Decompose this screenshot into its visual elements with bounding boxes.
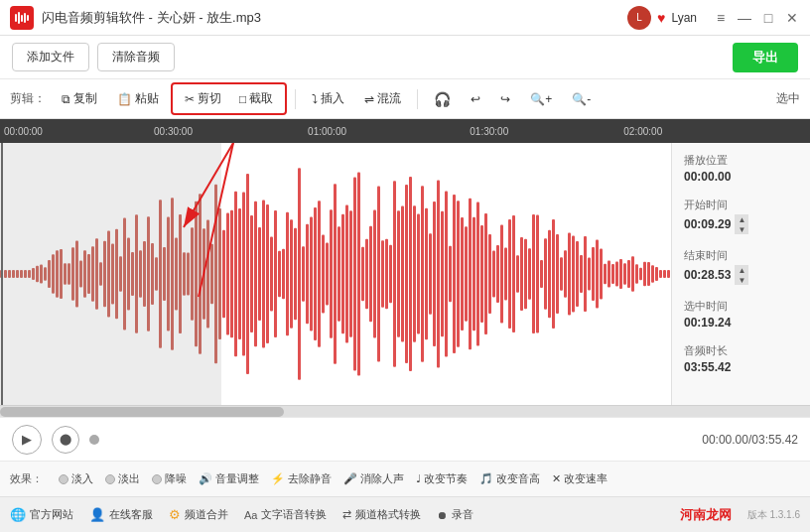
undo-button[interactable]: ↩ (463, 88, 488, 110)
svg-rect-47 (167, 216, 170, 331)
selected-time-label: 选中时间 (684, 299, 798, 314)
tempo-icon: ♩ (416, 472, 421, 485)
svg-rect-20 (60, 249, 63, 299)
effect-remove-silence[interactable]: ⚡ 去除静音 (271, 471, 332, 486)
svg-rect-75 (278, 251, 281, 297)
waveform-canvas[interactable] (0, 143, 671, 405)
svg-rect-4 (27, 15, 29, 21)
paste-button[interactable]: 📋 粘贴 (109, 86, 167, 111)
svg-rect-46 (163, 247, 166, 301)
redo-icon: ↪ (500, 92, 510, 106)
svg-rect-85 (318, 200, 321, 347)
effect-denoise[interactable]: 降噪 (152, 471, 187, 486)
clip-button[interactable]: □ 截取 (231, 86, 281, 111)
add-file-button[interactable]: 添加文件 (12, 43, 89, 71)
menu-button[interactable]: ≡ (713, 10, 729, 26)
svg-rect-110 (417, 214, 420, 334)
effect-remove-vocal[interactable]: 🎤 消除人声 (343, 471, 404, 486)
svg-rect-93 (349, 210, 352, 337)
svg-rect-89 (334, 184, 337, 364)
end-time-down[interactable]: ▼ (735, 275, 748, 285)
svg-rect-164 (631, 256, 634, 292)
svg-rect-90 (338, 226, 340, 322)
scrollbar-area[interactable] (0, 405, 810, 417)
start-time-down[interactable]: ▼ (735, 224, 748, 234)
bottom-official-site[interactable]: 🌐 官方网站 (10, 507, 73, 522)
svg-rect-37 (127, 238, 130, 311)
svg-rect-24 (75, 240, 78, 307)
redo-button[interactable]: ↪ (492, 88, 518, 110)
svg-rect-18 (52, 254, 55, 294)
bottom-format-convert[interactable]: ⇄ 频道格式转换 (342, 507, 421, 522)
cut-button[interactable]: ✂ 剪切 (177, 86, 229, 111)
undo-icon: ↩ (471, 92, 480, 106)
time-mark-0: 00:00:00 (4, 126, 43, 137)
bottom-record[interactable]: ⏺ 录音 (437, 507, 473, 522)
effect-tempo[interactable]: ♩ 改变节奏 (416, 471, 468, 486)
zoom-in-button[interactable]: 🔍+ (522, 88, 560, 110)
svg-rect-41 (143, 241, 146, 307)
svg-rect-172 (663, 270, 666, 278)
svg-rect-64 (234, 192, 237, 356)
svg-rect-166 (639, 268, 642, 280)
end-time-spinner[interactable]: ▲ ▼ (735, 265, 748, 285)
watermark: 河南龙网 (680, 506, 732, 524)
bottom-tts[interactable]: Aa 文字语音转换 (244, 507, 327, 522)
effect-pitch[interactable]: 🎵 改变音高 (479, 471, 540, 486)
export-button[interactable]: 导出 (733, 43, 798, 72)
svg-rect-95 (357, 173, 360, 376)
svg-rect-112 (425, 208, 428, 340)
headphones-button[interactable]: 🎧 (426, 87, 459, 111)
zoom-out-icon: 🔍- (572, 92, 591, 106)
app-logo (10, 6, 34, 30)
bottom-merge[interactable]: ⚙ 频道合并 (169, 507, 228, 522)
minimize-button[interactable]: — (737, 10, 752, 26)
merge-icon: ⚙ (169, 507, 181, 522)
bottom-online-service[interactable]: 👤 在线客服 (89, 507, 153, 522)
svg-rect-51 (183, 252, 186, 296)
scrollbar-thumb[interactable] (0, 407, 284, 417)
play-button[interactable]: ▶ (12, 425, 42, 455)
svg-rect-66 (242, 193, 245, 356)
svg-rect-109 (413, 205, 416, 342)
svg-rect-96 (361, 247, 364, 302)
svg-rect-73 (270, 236, 273, 311)
record-icon: ⏺ (437, 509, 448, 521)
svg-rect-0 (15, 14, 17, 22)
stop-button[interactable]: ⬤ (52, 426, 79, 454)
start-time-value: 00:09.29 (684, 217, 731, 231)
svg-rect-139 (532, 214, 535, 333)
svg-rect-136 (520, 237, 523, 311)
svg-rect-155 (596, 240, 599, 309)
effect-volume[interactable]: 🔊 音量调整 (199, 471, 259, 486)
timeline-ruler: 00:00:00 00:30:00 01:00:00 01:30:00 02:0… (0, 119, 810, 143)
zoom-out-button[interactable]: 🔍- (564, 88, 599, 110)
maximize-button[interactable]: □ (760, 10, 776, 26)
effect-fade-in[interactable]: 淡入 (59, 471, 93, 486)
insert-button[interactable]: ⤵ 插入 (304, 86, 352, 111)
close-button[interactable]: ✕ (784, 10, 800, 26)
svg-rect-97 (365, 239, 368, 310)
svg-rect-52 (187, 252, 190, 295)
clear-audio-button[interactable]: 清除音频 (97, 43, 175, 71)
time-mark-1: 00:30:00 (154, 126, 193, 137)
svg-rect-60 (218, 208, 221, 339)
svg-rect-125 (476, 202, 479, 346)
svg-rect-168 (647, 262, 650, 286)
mix-button[interactable]: ⇌ 混流 (356, 86, 409, 111)
svg-rect-74 (274, 210, 277, 337)
copy-button[interactable]: ⧉ 复制 (54, 86, 105, 111)
tts-icon: Aa (244, 509, 257, 521)
svg-rect-31 (103, 241, 106, 307)
svg-rect-2 (21, 15, 23, 22)
effect-speed[interactable]: ✕ 改变速率 (552, 471, 608, 486)
effect-fade-out[interactable]: 淡出 (105, 471, 140, 486)
svg-rect-13 (32, 268, 35, 280)
svg-rect-100 (377, 186, 380, 361)
end-time-up[interactable]: ▲ (735, 265, 748, 275)
svg-rect-54 (195, 201, 198, 346)
start-time-spinner[interactable]: ▲ ▼ (735, 214, 748, 234)
svg-rect-108 (409, 177, 412, 371)
start-time-up[interactable]: ▲ (735, 214, 748, 224)
fade-in-dot (59, 474, 68, 484)
